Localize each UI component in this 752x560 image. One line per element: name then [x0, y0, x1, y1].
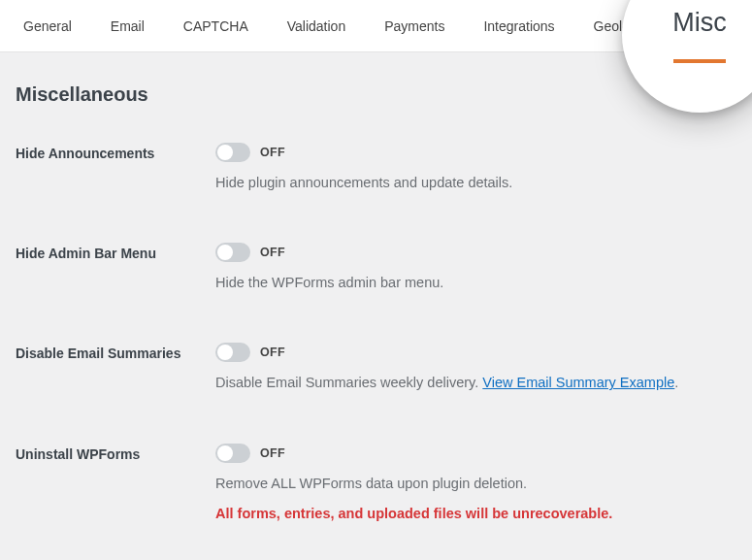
tab-email[interactable]: Email	[111, 18, 145, 34]
toggle-state: OFF	[260, 446, 285, 460]
setting-description: Disable Email Summaries weekly delivery.…	[215, 372, 736, 394]
tab-payments[interactable]: Payments	[384, 18, 444, 34]
toggle-hide-announcements[interactable]	[215, 143, 250, 162]
zoom-label: Misc	[672, 8, 727, 38]
content-area: Miscellaneous Hide Announcements OFF Hid…	[0, 52, 752, 560]
tab-integrations[interactable]: Integrations	[483, 18, 554, 34]
toggle-hide-admin-bar[interactable]	[215, 243, 250, 262]
setting-description: Hide the WPForms admin bar menu.	[215, 272, 736, 294]
setting-description: Hide plugin announcements and update det…	[215, 172, 736, 194]
toggle-state: OFF	[260, 246, 285, 259]
setting-disable-email-summaries: Disable Email Summaries OFF Disable Emai…	[16, 343, 736, 394]
toggle-state: OFF	[260, 346, 285, 359]
desc-text: Disable Email Summaries weekly delivery.	[215, 375, 482, 390]
toggle-uninstall[interactable]	[215, 444, 250, 463]
desc-text: .	[674, 375, 678, 390]
tab-general[interactable]: General	[23, 18, 72, 34]
toggle-state: OFF	[260, 146, 285, 159]
setting-description: Remove ALL WPForms data upon plugin dele…	[215, 473, 736, 495]
zoom-underline	[673, 59, 726, 63]
view-example-link[interactable]: View Email Summary Example	[482, 375, 674, 390]
setting-label: Disable Email Summaries	[16, 343, 215, 394]
setting-label: Hide Announcements	[16, 143, 215, 194]
setting-label: Hide Admin Bar Menu	[16, 243, 215, 294]
page-title: Miscellaneous	[16, 83, 736, 106]
setting-hide-announcements: Hide Announcements OFF Hide plugin annou…	[16, 143, 736, 194]
tab-captcha[interactable]: CAPTCHA	[183, 18, 248, 34]
tab-validation[interactable]: Validation	[287, 18, 345, 34]
setting-warning: All forms, entries, and uploaded files w…	[215, 503, 736, 525]
setting-label: Uninstall WPForms	[16, 444, 215, 525]
setting-uninstall: Uninstall WPForms OFF Remove ALL WPForms…	[16, 444, 736, 525]
setting-hide-admin-bar: Hide Admin Bar Menu OFF Hide the WPForms…	[16, 243, 736, 294]
toggle-disable-email-summaries[interactable]	[215, 343, 250, 362]
